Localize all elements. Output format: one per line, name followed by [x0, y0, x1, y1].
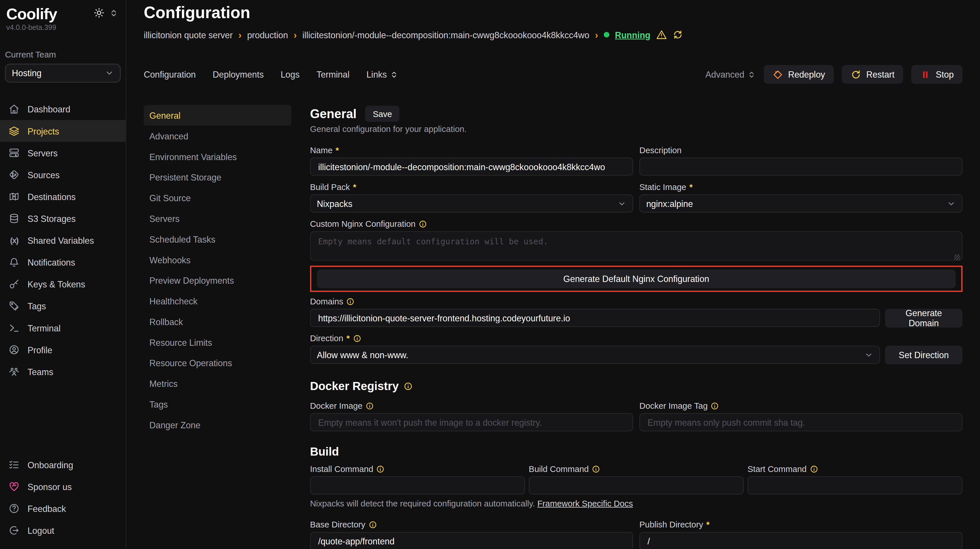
install-command-input[interactable]	[310, 476, 525, 494]
domains-input[interactable]	[310, 309, 880, 327]
sidebar-item-notifications[interactable]: Notifications	[0, 251, 126, 273]
section-subtitle: General configuration for your applicati…	[310, 124, 963, 134]
bell-icon	[9, 257, 19, 267]
direction-select[interactable]: Allow www & non-www.	[310, 346, 880, 364]
docker-image-input[interactable]	[310, 413, 633, 431]
coolify-app: Coolify v4.0.0-beta.399 Current Team Hos…	[0, 0, 980, 549]
map-icon	[9, 191, 19, 202]
sidebar-item-servers[interactable]: Servers	[0, 142, 126, 164]
status-running-link[interactable]: Running	[615, 30, 651, 40]
current-team-label: Current Team	[5, 50, 121, 59]
sidebar-item-s3-storages[interactable]: S3 Storages	[0, 207, 126, 229]
breadcrumb-environment[interactable]: production	[247, 30, 288, 40]
breadcrumb-application[interactable]: illicitestonion/-module--decomposition:m…	[302, 30, 589, 40]
tab-configuration[interactable]: Configuration	[144, 69, 196, 80]
set-direction-button[interactable]: Set Direction	[885, 346, 963, 364]
sidebar-item-keys-tokens[interactable]: Keys & Tokens	[0, 273, 126, 295]
subnav-item-advanced[interactable]: Advanced	[144, 126, 291, 146]
tab-links[interactable]: Links	[366, 69, 398, 80]
description-input[interactable]	[640, 158, 963, 176]
sidebar-item-feedback[interactable]: Feedback	[0, 498, 126, 519]
sidebar-item-shared-variables[interactable]: (x) Shared Variables	[0, 229, 126, 251]
subnav-item-preview-deployments[interactable]: Preview Deployments	[144, 270, 291, 291]
redeploy-icon	[773, 69, 783, 80]
subnav-item-resource-operations[interactable]: Resource Operations	[144, 353, 291, 373]
advanced-dropdown[interactable]: Advanced	[705, 69, 756, 80]
stop-button[interactable]: Stop	[911, 65, 963, 84]
sidebar-item-profile[interactable]: Profile	[0, 339, 126, 361]
sidebar-item-onboarding[interactable]: Onboarding	[0, 454, 126, 476]
generate-domain-button[interactable]: Generate Domain	[885, 309, 963, 328]
breadcrumb-separator: ›	[294, 29, 297, 40]
action-bar: Advanced Redeploy Restart Stop	[705, 65, 963, 84]
build-command-label: Build Command	[529, 464, 744, 474]
subnav-item-webhooks[interactable]: Webhooks	[144, 250, 291, 270]
app-logo: Coolify	[6, 5, 57, 22]
breadcrumb-project[interactable]: illicitonion quote server	[144, 30, 233, 40]
build-pack-select[interactable]: Nixpacks	[310, 194, 633, 212]
subnav-item-scheduled-tasks[interactable]: Scheduled Tasks	[144, 229, 291, 250]
nginx-config-textarea[interactable]	[310, 231, 963, 261]
direction-label: Direction*	[310, 333, 963, 344]
sidebar-item-sources[interactable]: Sources	[0, 164, 126, 186]
theme-sun-icon[interactable]	[94, 8, 104, 18]
subnav-item-environment-variables[interactable]: Environment Variables	[144, 146, 291, 167]
tab-terminal[interactable]: Terminal	[317, 69, 350, 80]
publish-directory-input[interactable]	[640, 532, 963, 549]
name-input[interactable]	[310, 158, 633, 176]
info-icon	[711, 402, 719, 410]
start-command-input[interactable]	[748, 476, 963, 494]
tab-deployments[interactable]: Deployments	[213, 69, 264, 80]
sidebar-item-label: Projects	[28, 126, 59, 136]
sidebar-item-dashboard[interactable]: Dashboard	[0, 98, 126, 120]
base-directory-input[interactable]	[310, 532, 633, 549]
sidebar-item-label: Destinations	[28, 192, 76, 202]
team-select[interactable]: Hosting	[5, 64, 121, 83]
app-version: v4.0.0-beta.399	[0, 24, 126, 31]
subnav-item-danger-zone[interactable]: Danger Zone	[144, 414, 291, 435]
tab-logs[interactable]: Logs	[280, 69, 299, 80]
subnav-item-persistent-storage[interactable]: Persistent Storage	[144, 167, 291, 188]
refresh-icon[interactable]	[672, 29, 683, 40]
warning-triangle-icon	[656, 29, 667, 40]
docker-image-tag-label: Docker Image Tag	[640, 401, 963, 411]
logout-icon	[9, 525, 19, 536]
static-image-select[interactable]: nginx:alpine	[640, 194, 963, 212]
restart-button[interactable]: Restart	[842, 65, 903, 84]
subnav-item-rollback[interactable]: Rollback	[144, 311, 291, 332]
sidebar-item-tags[interactable]: Tags	[0, 295, 126, 317]
home-icon	[9, 104, 19, 115]
resize-handle[interactable]	[955, 255, 960, 260]
subnav-item-tags[interactable]: Tags	[144, 394, 291, 414]
subnav-item-general[interactable]: General	[144, 105, 291, 126]
subnav-item-servers[interactable]: Servers	[144, 208, 291, 229]
framework-docs-link[interactable]: Framework Specific Docs	[538, 499, 633, 508]
sidebar-footer: Onboarding Sponsor us Feedback Logout	[0, 454, 126, 541]
chevron-down-icon	[864, 350, 873, 359]
subnav-item-resource-limits[interactable]: Resource Limits	[144, 332, 291, 353]
sidebar-item-destinations[interactable]: Destinations	[0, 186, 126, 207]
info-icon	[353, 334, 361, 342]
subnav-item-healthcheck[interactable]: Healthcheck	[144, 291, 291, 311]
subnav-item-git-source[interactable]: Git Source	[144, 188, 291, 208]
theme-switcher-chevrons-icon[interactable]	[110, 8, 118, 17]
sidebar-item-label: Shared Variables	[28, 236, 94, 245]
general-config-form: General Save General configuration for y…	[310, 105, 963, 549]
publish-directory-label: Publish Directory*	[640, 519, 963, 530]
page-title: Configuration	[144, 3, 250, 22]
sidebar-item-label: Tags	[28, 301, 46, 311]
info-icon	[419, 220, 427, 228]
sidebar-item-logout[interactable]: Logout	[0, 519, 126, 541]
domains-label: Domains	[310, 296, 963, 307]
build-command-input[interactable]	[529, 476, 744, 494]
save-button[interactable]: Save	[365, 106, 399, 122]
generate-nginx-config-button[interactable]: Generate Default Nginx Configuration	[317, 269, 956, 288]
redeploy-button[interactable]: Redeploy	[764, 65, 834, 84]
sidebar-item-teams[interactable]: Teams	[0, 361, 126, 383]
subnav-item-metrics[interactable]: Metrics	[144, 373, 291, 394]
sidebar-item-projects[interactable]: Projects	[0, 120, 126, 142]
section-heading-general: General	[310, 107, 356, 121]
sidebar-item-terminal[interactable]: Terminal	[0, 317, 126, 339]
docker-image-tag-input[interactable]	[640, 413, 963, 431]
sidebar-item-sponsor[interactable]: Sponsor us	[0, 476, 126, 498]
